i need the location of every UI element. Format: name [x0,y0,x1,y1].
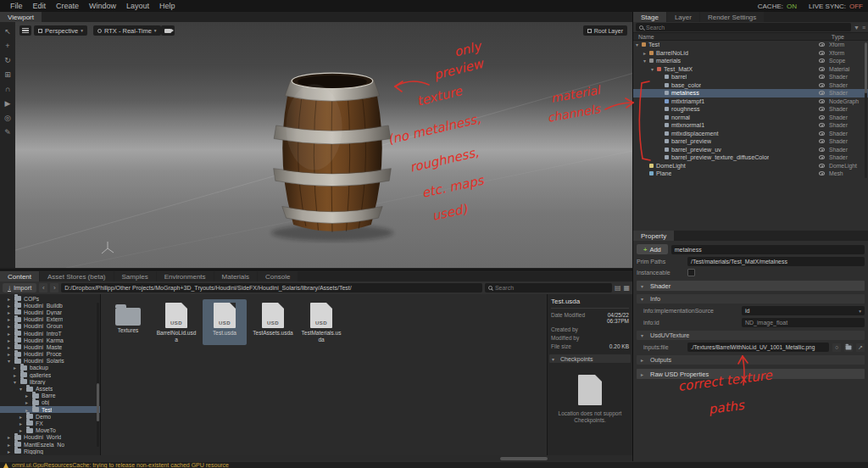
file-textures[interactable]: Textures [106,299,150,345]
snap-tool-icon[interactable]: ∩ [5,86,10,93]
nav-forward-button[interactable]: › [50,283,58,292]
stage-row-mtlxnormal1[interactable]: mtlxnormal1Shader [633,121,868,130]
move-tool-icon[interactable]: + [5,42,9,50]
barrel-3d-model[interactable] [266,61,398,253]
viewport-menu-chip[interactable] [19,25,31,36]
expander-icon[interactable]: ▸ [8,448,14,454]
tab-console[interactable]: Console [258,271,298,281]
tab-viewport[interactable]: Viewport [0,12,42,22]
folder-obj[interactable]: ▸obj [0,399,100,406]
folder-fx[interactable]: ▸FX [0,420,100,426]
expander-icon[interactable]: ▸ [25,399,31,405]
stage-row-normal[interactable]: normalShader [633,114,868,122]
folder-rigging[interactable]: ▸Rigging [0,448,100,454]
stage-row-domelight[interactable]: DomeLightDomeLight [633,162,868,170]
visibility-eye-icon[interactable] [819,115,825,120]
stage-row-barrel-preview-uv[interactable]: barrel_preview_uvShader [633,146,868,154]
raw-usd-section-header[interactable]: ▸ Raw USD Properties [637,369,865,379]
outputs-section-header[interactable]: ▸ Outputs [637,355,865,365]
folder-houdini-solaris[interactable]: ▾Houdini_Solaris [0,358,100,365]
folder-backup[interactable]: ▸backup [0,365,100,371]
expander-icon[interactable]: ▸ [8,344,14,350]
expander-icon[interactable]: ▸ [8,309,14,315]
expander-icon[interactable]: ▾ [8,358,14,364]
expander-icon[interactable]: ▾ [19,386,25,392]
visibility-eye-icon[interactable] [819,155,825,159]
menu-file[interactable]: File [5,2,28,10]
tab-render-settings[interactable]: Render Settings [700,12,764,22]
stage-row-barrelnolid[interactable]: ▸BarrelNoLidXform [633,49,868,58]
stage-row-mtlxdisplacement[interactable]: mtlxdisplacementShader [633,130,868,138]
visibility-eye-icon[interactable] [819,51,825,55]
expander-icon[interactable]: ▾ [636,42,642,47]
horizontal-scrollbar[interactable] [500,457,548,460]
select-tool-icon[interactable]: ↖ [4,28,11,36]
scrollbar-thumb[interactable] [865,42,867,93]
list-view-icon[interactable]: ▤ [615,284,621,292]
info-id-field[interactable]: ND_image_float [742,318,865,327]
shader-section-header[interactable]: ▾ Shader [637,281,865,291]
file-test-usda[interactable]: USDTest.usda [203,299,247,345]
stage-row-roughness[interactable]: roughnessShader [633,105,868,114]
visibility-eye-icon[interactable] [819,131,825,136]
prim-name-field[interactable]: metalness [671,245,865,254]
expander-icon[interactable]: ▸ [8,351,14,357]
visibility-eye-icon[interactable] [819,58,825,63]
column-options-icon[interactable]: ≡ [862,25,865,31]
expander-icon[interactable]: ▸ [19,414,25,420]
visibility-eye-icon[interactable] [819,148,825,152]
stage-row-plane[interactable]: PlaneMesh [633,170,868,178]
folder-test[interactable]: ▸Test [0,406,100,413]
scrollbar-thumb[interactable] [97,383,99,421]
folder-assets[interactable]: ▾Assets [0,385,100,392]
texture-section-header[interactable]: ▾ UsdUVTexture [637,331,865,340]
stage-row-test-matx[interactable]: ▾Test_MatXMaterial [633,65,868,74]
instanceable-checkbox[interactable] [687,269,695,276]
tab-samples[interactable]: Samples [114,271,156,281]
visibility-eye-icon[interactable] [819,164,825,168]
stage-row-materials[interactable]: ▾materialsScope [633,57,868,65]
import-button[interactable]: ↓ Import [3,283,36,292]
tab-stage[interactable]: Stage [633,12,666,22]
expander-icon[interactable]: ▾ [14,379,19,385]
visibility-eye-icon[interactable] [819,99,825,103]
folder-barre[interactable]: ▸Barre [0,393,100,399]
expander-icon[interactable]: ▸ [8,442,14,448]
expander-icon[interactable]: ▸ [19,421,25,426]
inputs-file-field[interactable]: ./Textures/BarrelWithNoLid_UV_1001_Metal… [687,343,829,352]
tab-layer[interactable]: Layer [667,12,699,22]
menu-edit[interactable]: Edit [28,2,52,10]
expander-icon[interactable]: ▸ [8,337,14,343]
file-barrelnolid-usda[interactable]: USDBarrelNoLid.usda [154,299,198,345]
expander-icon[interactable]: ▸ [8,303,14,309]
tab-content[interactable]: Content [0,271,39,281]
expander-icon[interactable]: ▸ [19,427,25,433]
capture-button[interactable] [161,25,175,36]
menu-create[interactable]: Create [51,2,84,10]
visibility-eye-icon[interactable] [819,42,825,47]
checkpoints-section-header[interactable]: ▾ Checkpoints [549,354,631,363]
open-external-icon[interactable]: ↗ [856,343,865,352]
stage-row-base-color[interactable]: base_colorShader [633,81,868,90]
menu-window[interactable]: Window [84,2,121,10]
expander-icon[interactable]: ▸ [8,296,14,302]
visibility-eye-icon[interactable] [819,107,825,111]
tab-materials[interactable]: Materials [214,271,257,281]
stage-row-metalness[interactable]: metalnessShader [633,89,868,98]
play-tool-icon[interactable]: ▶ [5,100,11,108]
menu-layout[interactable]: Layout [121,2,154,10]
info-section-header[interactable]: ▾ Info [637,294,865,304]
folder-library[interactable]: ▾library [0,378,100,385]
visibility-eye-icon[interactable] [819,171,825,176]
path-input[interactable]: D:/Dropbox/Philipp/Other Projects/MoGrap… [61,283,482,292]
tree-scrollbar[interactable] [97,303,99,447]
grid-view-icon[interactable]: ▦ [623,284,630,292]
expander-icon[interactable]: ▾ [651,66,657,72]
focus-tool-icon[interactable]: ◎ [4,114,11,122]
camera-selector[interactable]: Perspective ▾ [34,25,87,36]
visibility-eye-icon[interactable] [819,91,825,95]
filter-funnel-icon[interactable]: ▼ [854,25,860,31]
stage-search-input[interactable]: Search [636,23,851,31]
tab-environments[interactable]: Environments [157,271,214,281]
viewport-3d[interactable]: Perspective ▾ RTX - Real-Time ▾ Root Lay… [15,22,632,268]
